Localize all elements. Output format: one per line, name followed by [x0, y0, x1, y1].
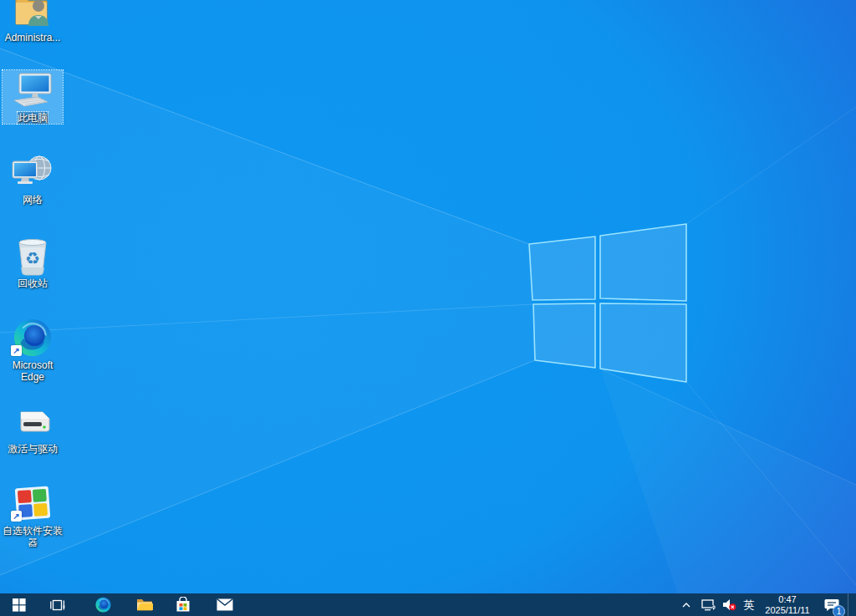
desktop-icon-label: 激活与驱动 — [8, 443, 58, 455]
computer-icon — [11, 72, 54, 109]
tray-volume-button[interactable] — [719, 593, 739, 616]
taskbar-mail-button[interactable] — [206, 593, 244, 616]
edge-icon — [95, 597, 111, 613]
desktop-icon-administrator[interactable]: Administra... — [3, 0, 63, 43]
ethernet-network-icon — [701, 599, 716, 611]
task-view-icon — [50, 598, 65, 612]
user-folder-icon — [13, 0, 52, 28]
network-globe-icon — [11, 153, 54, 191]
mail-icon — [217, 598, 233, 611]
desktop-icon-label: 回收站 — [18, 277, 48, 289]
desktop-icon-network[interactable]: 网络 — [3, 152, 63, 206]
desktop[interactable]: Administra... 此电脑 — [0, 0, 856, 616]
taskbar: 英 0:47 2025/11/11 1 — [0, 593, 856, 616]
file-explorer-icon — [136, 598, 153, 612]
chevron-up-icon — [682, 603, 690, 608]
system-tray: 英 0:47 2025/11/11 1 — [675, 593, 856, 616]
tray-clock[interactable]: 0:47 2025/11/11 — [759, 593, 816, 616]
show-desktop-button[interactable] — [848, 593, 856, 616]
tray-network-button[interactable] — [697, 593, 719, 616]
taskbar-file-explorer-button[interactable] — [125, 593, 164, 616]
svg-text:♻: ♻ — [25, 249, 40, 267]
taskbar-edge-button[interactable] — [84, 593, 122, 616]
shortcut-arrow-icon: ↗ — [11, 345, 22, 356]
start-button[interactable] — [0, 593, 38, 616]
taskbar-store-button[interactable] — [164, 593, 202, 616]
task-view-button[interactable] — [38, 593, 77, 616]
hard-drive-icon — [14, 409, 51, 434]
desktop-icon-edge[interactable]: ↗ Microsoft Edge — [3, 318, 63, 383]
clock-time: 0:47 — [778, 594, 796, 605]
ime-language-indicator[interactable]: 英 — [739, 593, 759, 616]
desktop-icon-installer[interactable]: ↗ 自选软件安装器 — [3, 483, 63, 548]
clock-date: 2025/11/11 — [765, 605, 809, 616]
microsoft-store-icon — [176, 597, 191, 613]
desktop-icon-label: Microsoft Edge — [3, 359, 63, 383]
windows-start-icon — [13, 598, 26, 612]
desktop-icon-label: 此电脑 — [18, 112, 48, 124]
notification-count-badge: 1 — [833, 605, 845, 616]
desktop-icon-label: 自选软件安装器 — [3, 525, 63, 548]
windows-logo-wallpaper — [0, 0, 856, 616]
tray-overflow-button[interactable] — [675, 593, 697, 616]
action-center-button[interactable]: 1 — [816, 593, 848, 616]
recycle-bin-icon: ♻ — [14, 236, 51, 276]
desktop-icon-this-pc[interactable]: 此电脑 — [3, 70, 63, 124]
desktop-icon-label: 网络 — [23, 194, 43, 206]
speaker-muted-icon — [722, 598, 736, 611]
shortcut-arrow-icon: ↗ — [11, 511, 22, 522]
desktop-icon-drivers[interactable]: 激活与驱动 — [3, 401, 63, 455]
desktop-icon-recycle-bin[interactable]: ♻ 回收站 — [3, 236, 63, 289]
desktop-icon-label: Administra... — [5, 32, 61, 43]
